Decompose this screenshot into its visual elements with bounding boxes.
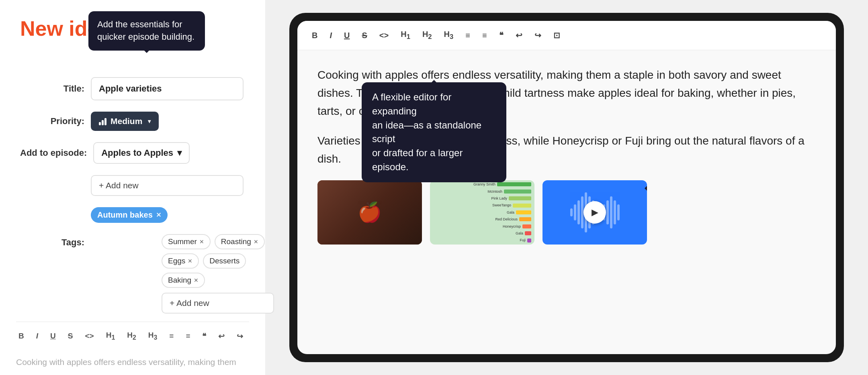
priority-value: Medium xyxy=(111,116,142,126)
quote-button[interactable]: ❝ xyxy=(200,330,209,342)
remove-tag-roasting[interactable]: ✕ xyxy=(254,238,258,245)
add-new-episode-label: + Add new xyxy=(99,181,139,190)
bold-button[interactable]: B xyxy=(309,29,320,42)
bold-button[interactable]: B xyxy=(16,330,27,342)
remove-tag-baking[interactable]: ✕ xyxy=(194,277,199,283)
add-episode-row: + Add new xyxy=(91,175,245,196)
idea-form: Title: Priority: Medium ▾ Add to episode… xyxy=(20,77,245,314)
image-button[interactable]: ⊡ xyxy=(551,29,563,42)
bullet-list-button[interactable]: ≡ xyxy=(167,330,176,342)
underline-button[interactable]: U xyxy=(342,29,352,42)
h1-button[interactable]: H1 xyxy=(104,329,118,343)
ordered-list-button[interactable]: ≡ xyxy=(183,330,192,342)
remove-tag-eggs[interactable]: ✕ xyxy=(188,258,192,264)
redo-button[interactable]: ↪ xyxy=(234,330,246,342)
chevron-down-icon: ▾ xyxy=(177,148,182,158)
tag-baking: Baking ✕ xyxy=(162,273,205,288)
play-audio-button[interactable]: ▶ xyxy=(583,201,606,224)
episode-row: Add to episode: Apples to Apples ▾ xyxy=(20,142,245,164)
tooltip-essentials: Add the essentials for quicker episode b… xyxy=(88,11,205,51)
italic-button[interactable]: I xyxy=(327,29,334,42)
right-panel: B I U S <> H1 H2 H3 ≡ ≡ ❝ ↩ ↪ ⊡ A flexib… xyxy=(265,0,868,375)
title-input[interactable] xyxy=(91,77,244,100)
underline-button[interactable]: U xyxy=(48,330,58,342)
priority-icon xyxy=(99,117,106,125)
tablet-screen: B I U S <> H1 H2 H3 ≡ ≡ ❝ ↩ ↪ ⊡ A flexib… xyxy=(297,21,836,354)
h3-button[interactable]: H3 xyxy=(442,28,456,43)
h1-button[interactable]: H1 xyxy=(398,28,413,43)
tag-desserts: Desserts xyxy=(203,253,246,269)
tag-summer: Summer ✕ xyxy=(162,234,211,249)
strikethrough-button[interactable]: S xyxy=(359,29,369,42)
priority-label: Priority: xyxy=(20,116,84,126)
tablet-frame: B I U S <> H1 H2 H3 ≡ ≡ ❝ ↩ ↪ ⊡ A flexib… xyxy=(289,13,844,362)
left-toolbar: B I U S <> H1 H2 H3 ≡ ≡ ❝ ↩ ↪ xyxy=(16,322,249,343)
title-row: Title: xyxy=(20,77,245,100)
tags-row: Tags: Summer ✕ Roasting ✕ Eggs ✕ xyxy=(20,234,245,314)
priority-row: Priority: Medium ▾ xyxy=(20,112,245,131)
quote-button[interactable]: ❝ xyxy=(497,29,506,42)
add-new-tag-button[interactable]: + Add new xyxy=(162,293,274,314)
tag-eggs: Eggs ✕ xyxy=(162,253,199,269)
bullet-list-button[interactable]: ≡ xyxy=(463,29,473,42)
add-new-episode-button[interactable]: + Add new xyxy=(91,175,244,196)
episode-dropdown[interactable]: Apples to Apples ▾ xyxy=(93,142,190,164)
tags-label: Tags: xyxy=(20,234,84,248)
media-row: 🍎 ▶ TARTEST Granny Smith McIntosh Pink L… xyxy=(317,180,816,245)
italic-button[interactable]: I xyxy=(34,330,41,342)
ordered-list-button[interactable]: ≡ xyxy=(480,29,489,42)
tooltip-editor: A flexible editor for expanding an idea—… xyxy=(362,82,506,182)
episode-chip-row: Autumn bakes ✕ xyxy=(91,207,245,223)
priority-dropdown[interactable]: Medium ▾ xyxy=(91,112,159,131)
media-thumb-fruit[interactable]: 🍎 ▶ xyxy=(317,180,422,245)
media-thumb-chart[interactable]: TARTEST Granny Smith McIntosh Pink Lady … xyxy=(430,180,534,245)
h3-button[interactable]: H3 xyxy=(146,329,160,343)
remove-chip-button[interactable]: ✕ xyxy=(156,211,161,219)
title-label: Title: xyxy=(20,84,84,94)
undo-button[interactable]: ↩ xyxy=(216,330,227,342)
editor-toolbar: B I U S <> H1 H2 H3 ≡ ≡ ❝ ↩ ↪ ⊡ xyxy=(297,21,836,50)
apple-chart: TARTEST Granny Smith McIntosh Pink Lady … xyxy=(430,180,534,245)
fruit-image: 🍎 xyxy=(317,180,422,245)
editor-content[interactable]: A flexible editor for expanding an idea—… xyxy=(297,50,836,354)
media-thumb-audio[interactable]: ▶ Boost ideas with topic-related links a… xyxy=(542,180,647,245)
tag-pills-row: Summer ✕ Roasting ✕ Eggs ✕ Desserts xyxy=(162,234,274,288)
strikethrough-button[interactable]: S xyxy=(66,330,76,342)
h2-button[interactable]: H2 xyxy=(420,28,434,43)
bottom-preview-text: Cooking with apples offers endless versa… xyxy=(16,357,236,367)
episode-chip: Autumn bakes ✕ xyxy=(91,207,168,223)
episode-label: Add to episode: xyxy=(20,148,87,158)
redo-button[interactable]: ↪ xyxy=(532,29,544,42)
chevron-down-icon: ▾ xyxy=(148,118,151,124)
code-button[interactable]: <> xyxy=(377,29,391,42)
left-panel: New idea Add the essentials for quicker … xyxy=(0,0,265,375)
audio-thumb: ▶ xyxy=(542,180,647,245)
tag-roasting: Roasting ✕ xyxy=(215,234,265,249)
episode-value: Apples to Apples xyxy=(101,148,173,158)
undo-button[interactable]: ↩ xyxy=(513,29,525,42)
remove-tag-summer[interactable]: ✕ xyxy=(199,238,204,245)
h2-button[interactable]: H2 xyxy=(125,329,139,343)
tags-section: Summer ✕ Roasting ✕ Eggs ✕ Desserts xyxy=(162,234,274,314)
code-button[interactable]: <> xyxy=(82,330,96,342)
